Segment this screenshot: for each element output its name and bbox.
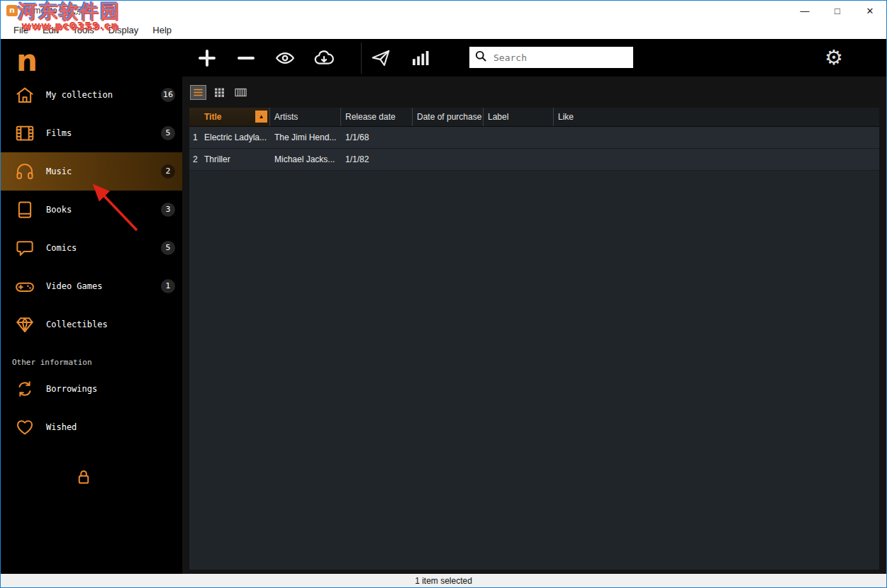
sort-ascending-icon[interactable]: ▲	[255, 111, 267, 123]
window-controls: — □ ✕	[788, 1, 886, 21]
count-badge: 16	[161, 88, 175, 102]
maximize-button[interactable]: □	[821, 1, 854, 21]
headphones-icon	[11, 161, 39, 182]
search-box	[469, 47, 633, 68]
window-title: Numento > 风景图	[23, 5, 92, 17]
count-badge: 3	[161, 203, 175, 217]
sidebar-item-label: Borrowings	[46, 384, 97, 394]
sidebar-item-label: Comics	[46, 243, 77, 253]
cell-title: Electric Ladyla...	[202, 132, 270, 142]
statistics-chart-button[interactable]	[409, 47, 430, 69]
send-paper-plane-button[interactable]	[370, 47, 391, 69]
sidebar-item-comics[interactable]: Comics 5	[1, 229, 182, 267]
count-badge: 5	[161, 241, 175, 255]
minimize-button[interactable]: —	[788, 1, 821, 21]
cell-artists: The Jimi Hend...	[270, 132, 341, 142]
count-badge: 2	[161, 164, 175, 179]
cell-release-date: 1/1/82	[341, 154, 413, 164]
menu-bar: File Edit Tools Display Help	[1, 21, 886, 39]
cloud-download-button[interactable]	[313, 47, 335, 69]
status-bar: 1 item selected	[1, 574, 886, 587]
numento-logo: n	[1, 39, 182, 76]
app-window: n Numento > 风景图 — □ ✕ File Edit Tools Di…	[0, 0, 887, 588]
speech-bubble-icon	[11, 237, 39, 259]
sidebar-item-label: My collection	[46, 90, 113, 100]
table-row[interactable]: 1 Electric Ladyla... The Jimi Hend... 1/…	[189, 127, 879, 149]
column-header-label[interactable]: Label	[484, 108, 554, 126]
menu-edit[interactable]: Edit	[35, 25, 65, 35]
cell-title: Thriller	[202, 154, 270, 164]
lock-toggle[interactable]	[73, 466, 182, 490]
menu-tools[interactable]: Tools	[65, 25, 101, 35]
remove-item-button[interactable]	[235, 47, 257, 69]
count-badge: 5	[161, 126, 175, 140]
content-body: Title ▲ Artists Release date Date of pur…	[182, 77, 886, 574]
search-icon	[474, 50, 487, 65]
view-toggle-bar	[190, 85, 249, 100]
sidebar-item-my-collection[interactable]: My collection 16	[1, 76, 182, 114]
count-badge: 1	[161, 279, 175, 293]
sidebar: n My collection 16 Films 5 Music 2	[1, 39, 182, 574]
row-number: 1	[189, 132, 202, 142]
search-input[interactable]	[492, 52, 628, 64]
loop-arrows-icon	[11, 378, 39, 400]
main-content: ⚙ Title ▲ Artis	[182, 39, 886, 574]
list-view-toggle[interactable]	[190, 85, 206, 100]
sidebar-item-label: Music	[46, 166, 72, 176]
sidebar-item-books[interactable]: Books 3	[1, 191, 182, 229]
collection-table: Title ▲ Artists Release date Date of pur…	[189, 108, 879, 570]
sidebar-item-label: Books	[46, 205, 72, 215]
book-icon	[11, 199, 39, 220]
app-icon: n	[6, 5, 18, 16]
sidebar-item-label: Wished	[46, 422, 77, 432]
column-header-title[interactable]: Title ▲	[189, 108, 270, 126]
column-header-like[interactable]: Like	[554, 108, 879, 126]
sidebar-item-music[interactable]: Music 2	[1, 152, 182, 191]
toolbar: ⚙	[182, 39, 886, 77]
close-button[interactable]: ✕	[854, 1, 886, 21]
row-number: 2	[189, 154, 202, 164]
title-bar: n Numento > 风景图 — □ ✕	[1, 1, 886, 21]
add-item-button[interactable]	[196, 47, 218, 69]
column-header-date-of-purchase[interactable]: Date of purchase	[413, 108, 484, 126]
view-details-eye-button[interactable]	[274, 47, 296, 69]
sidebar-item-films[interactable]: Films 5	[1, 114, 182, 152]
status-text: 1 item selected	[415, 576, 472, 586]
sidebar-item-label: Video Games	[46, 281, 102, 291]
diamond-icon	[11, 314, 39, 335]
sidebar-item-borrowings[interactable]: Borrowings	[1, 370, 182, 408]
menu-display[interactable]: Display	[101, 25, 146, 35]
sidebar-item-label: Films	[46, 128, 72, 138]
menu-help[interactable]: Help	[145, 25, 179, 35]
settings-gear-icon[interactable]: ⚙	[821, 45, 847, 70]
lock-icon	[73, 477, 94, 490]
table-row[interactable]: 2 Thriller Michael Jacks... 1/1/82	[189, 149, 879, 171]
grid-view-toggle[interactable]	[211, 85, 228, 100]
table-header: Title ▲ Artists Release date Date of pur…	[189, 108, 879, 127]
gamepad-icon	[11, 276, 39, 297]
sidebar-item-video-games[interactable]: Video Games 1	[1, 267, 182, 305]
sidebar-item-wished[interactable]: Wished	[1, 408, 182, 446]
column-header-artists[interactable]: Artists	[270, 108, 341, 126]
column-title-label: Title	[204, 112, 221, 122]
toolbar-separator	[361, 43, 362, 74]
film-icon	[11, 123, 39, 144]
banner-view-toggle[interactable]	[233, 85, 249, 100]
menu-file[interactable]: File	[6, 25, 35, 35]
house-icon	[11, 84, 39, 106]
heart-icon	[11, 417, 39, 438]
sidebar-item-label: Collectibles	[46, 320, 108, 329]
sidebar-item-collectibles[interactable]: Collectibles	[1, 305, 182, 344]
cell-artists: Michael Jacks...	[270, 154, 341, 164]
column-header-release-date[interactable]: Release date	[341, 108, 413, 126]
cell-release-date: 1/1/68	[341, 132, 413, 142]
other-information-label: Other information	[1, 344, 182, 370]
